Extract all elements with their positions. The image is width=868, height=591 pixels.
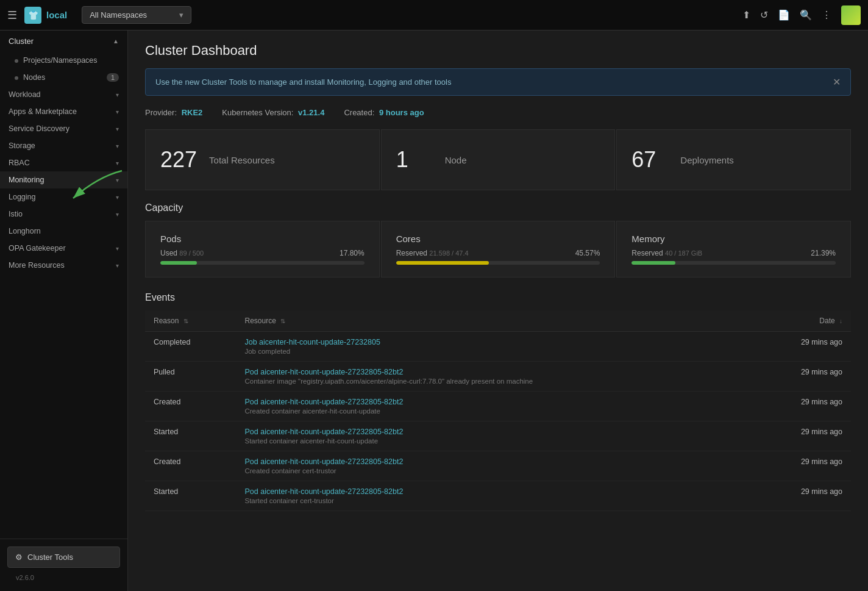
longhorn-label: Longhorn [9, 227, 41, 235]
more-icon[interactable]: ⋮ [822, 9, 831, 21]
event-date: 29 mins ago [752, 332, 851, 362]
chevron-right-icon: ▾ [116, 194, 119, 201]
created-value: 9 hours ago [379, 108, 424, 117]
docs-icon[interactable]: 📄 [778, 9, 790, 21]
stat-label-deployments: Deployments [680, 155, 734, 165]
stat-nodes: 1 Node [381, 129, 616, 190]
sidebar-item-nodes[interactable]: Nodes 1 [0, 69, 127, 86]
nodes-label: Nodes [23, 73, 45, 82]
sidebar-item-more-resources[interactable]: More Resources ▾ [0, 257, 127, 274]
sidebar-item-service-discovery[interactable]: Service Discovery ▾ [0, 120, 127, 137]
chevron-right-icon: ▾ [116, 109, 119, 115]
hamburger-icon[interactable]: ☰ [7, 9, 17, 22]
sidebar-item-monitoring[interactable]: Monitoring ▾ [0, 171, 127, 188]
event-resource: Pod aicenter-hit-count-update-27232805-8… [236, 481, 752, 511]
sidebar-item-storage[interactable]: Storage ▾ [0, 137, 127, 154]
info-banner: Use the new Cluster Tools to manage and … [145, 68, 851, 96]
service-discovery-label: Service Discovery [9, 124, 69, 133]
sidebar-item-opa-gatekeeper[interactable]: OPA Gatekeeper ▾ [0, 240, 127, 257]
sidebar-item-istio[interactable]: Istio ▾ [0, 206, 127, 223]
memory-progress-bar [631, 261, 836, 265]
pods-progress-bar [160, 261, 365, 265]
sidebar-item-workload[interactable]: Workload ▾ [0, 86, 127, 103]
capacity-pods-title: Pods [160, 234, 365, 244]
namespace-selector[interactable]: All Namespaces ▾ [82, 6, 191, 24]
topbar: ☰ 👕 local All Namespaces ▾ ⬆ ↺ 📄 🔍 ⋮ [0, 0, 868, 30]
provider-value: RKE2 [182, 108, 203, 117]
event-sub: Started container aicenter-hit-count-upd… [244, 437, 743, 445]
col-resource[interactable]: Resource ⇅ [236, 310, 752, 332]
event-sub: Job completed [244, 348, 743, 355]
cluster-tools-button[interactable]: ⚙ Cluster Tools [7, 546, 120, 568]
sidebar-bottom: ⚙ Cluster Tools v2.6.0 [0, 539, 127, 591]
sidebar-item-projects-namespaces[interactable]: Projects/Namespaces [0, 52, 127, 69]
event-sub: Created container cert-trustor [244, 467, 743, 475]
chevron-right-icon: ▾ [116, 177, 119, 184]
cluster-header[interactable]: Cluster ▲ [0, 30, 127, 52]
close-icon[interactable]: ✕ [833, 76, 841, 88]
event-resource: Pod aicenter-hit-count-update-27232805-8… [236, 451, 752, 481]
chevron-right-icon: ▾ [116, 211, 119, 218]
stat-label-nodes: Node [445, 155, 467, 165]
chevron-up-icon: ▲ [113, 38, 119, 45]
event-reason: Created [145, 451, 236, 481]
sidebar-item-rbac[interactable]: RBAC ▾ [0, 154, 127, 171]
event-link[interactable]: Pod aicenter-hit-count-update-27232805-8… [244, 398, 403, 406]
chevron-right-icon: ▾ [116, 91, 119, 98]
opa-label: OPA Gatekeeper [9, 244, 66, 253]
stat-number-deployments: 67 [631, 147, 668, 173]
event-link[interactable]: Pod aicenter-hit-count-update-27232805-8… [244, 428, 403, 436]
event-link[interactable]: Pod aicenter-hit-count-update-27232805-8… [244, 457, 403, 466]
event-resource: Pod aicenter-hit-count-update-27232805-8… [236, 362, 752, 392]
brand-name: local [46, 10, 67, 20]
avatar[interactable] [841, 5, 861, 25]
col-date[interactable]: Date ↓ [752, 310, 851, 332]
chevron-right-icon: ▾ [116, 262, 119, 269]
refresh-icon[interactable]: ↺ [760, 9, 768, 21]
event-reason: Created [145, 392, 236, 421]
projects-label: Projects/Namespaces [23, 56, 98, 65]
event-sub: Started container cert-trustor [244, 497, 743, 504]
memory-progress-fill [631, 261, 675, 265]
upload-icon[interactable]: ⬆ [742, 9, 750, 21]
events-title: Events [145, 292, 851, 303]
event-date: 29 mins ago [752, 451, 851, 481]
logging-label: Logging [9, 193, 36, 201]
sidebar-item-logging[interactable]: Logging ▾ [0, 188, 127, 206]
event-reason: Started [145, 481, 236, 511]
capacity-cores-row: Reserved 21.598 / 47.4 45.57% [396, 249, 600, 257]
capacity-pods-row: Used 89 / 500 17.80% [160, 249, 365, 257]
pods-progress-fill [160, 261, 197, 265]
table-row: Started Pod aicenter-hit-count-update-27… [145, 481, 851, 511]
topbar-actions: ⬆ ↺ 📄 🔍 ⋮ [742, 5, 861, 25]
chevron-down-icon: ▾ [179, 10, 183, 20]
provider-info: Provider: RKE2 [145, 108, 202, 117]
event-link[interactable]: Pod aicenter-hit-count-update-27232805-8… [244, 487, 403, 496]
event-link[interactable]: Pod aicenter-hit-count-update-27232805-8… [244, 368, 403, 376]
chevron-right-icon: ▾ [116, 126, 119, 132]
nodes-badge: 1 [107, 73, 119, 82]
created-info: Created: 9 hours ago [344, 108, 424, 117]
events-section: Events Reason ⇅ Resource ⇅ Date ↓ Comple… [145, 292, 851, 511]
event-date: 29 mins ago [752, 362, 851, 392]
event-date: 29 mins ago [752, 421, 851, 451]
col-reason[interactable]: Reason ⇅ [145, 310, 236, 332]
table-row: Started Pod aicenter-hit-count-update-27… [145, 421, 851, 451]
chevron-right-icon: ▾ [116, 143, 119, 149]
sort-icon: ⇅ [280, 318, 285, 324]
dot-icon [15, 59, 18, 63]
event-link[interactable]: Job aicenter-hit-count-update-27232805 [244, 338, 380, 346]
capacity-pods: Pods Used 89 / 500 17.80% [145, 221, 380, 278]
capacity-memory-title: Memory [631, 234, 836, 244]
stat-deployments: 67 Deployments [616, 129, 851, 190]
event-resource: Job aicenter-hit-count-update-27232805 J… [236, 332, 752, 362]
cluster-section: Cluster ▲ Projects/Namespaces Nodes 1 [0, 30, 127, 86]
event-resource: Pod aicenter-hit-count-update-27232805-8… [236, 392, 752, 421]
k8s-info: Kubernetes Version: v1.21.4 [222, 108, 324, 117]
event-reason: Pulled [145, 362, 236, 392]
search-icon[interactable]: 🔍 [800, 9, 812, 21]
sidebar-item-apps-marketplace[interactable]: Apps & Marketplace ▾ [0, 103, 127, 120]
stat-label-resources: Total Resources [209, 155, 275, 165]
sidebar-item-longhorn[interactable]: Longhorn [0, 223, 127, 240]
meta-row: Provider: RKE2 Kubernetes Version: v1.21… [145, 108, 851, 117]
